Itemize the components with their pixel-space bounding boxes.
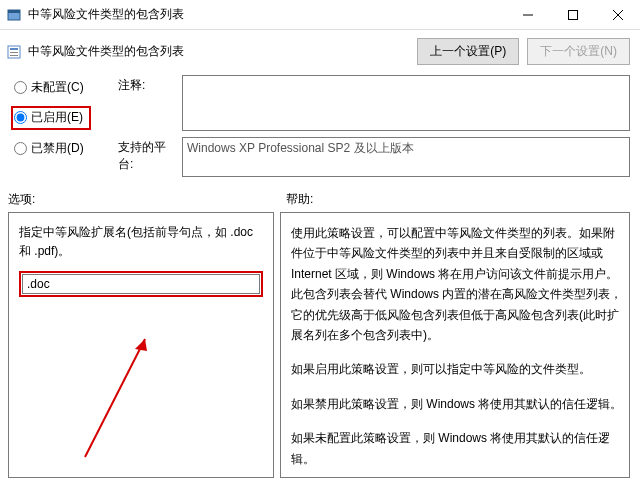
window-controls [505,0,640,29]
section-labels: 选项: 帮助: [0,181,640,210]
prev-setting-button[interactable]: 上一个设置(P) [417,38,519,65]
help-p3: 如果禁用此策略设置，则 Windows 将使用其默认的信任逻辑。 [291,394,623,414]
titlebar: 中等风险文件类型的包含列表 [0,0,640,30]
policy-title: 中等风险文件类型的包含列表 [28,43,411,60]
svg-rect-3 [568,10,577,19]
options-panel: 指定中等风险扩展名(包括前导句点，如 .doc 和 .pdf)。 [8,212,274,478]
annotation-ext-highlight [19,271,263,297]
svg-rect-8 [10,52,18,53]
svg-rect-7 [10,48,18,50]
comment-input[interactable] [182,75,630,131]
svg-rect-9 [10,55,18,56]
help-p2: 如果启用此策略设置，则可以指定中等风险的文件类型。 [291,359,623,379]
platform-label: 支持的平台: [118,137,176,173]
minimize-button[interactable] [505,0,550,29]
comment-label: 注释: [118,75,176,94]
radio-not-configured[interactable]: 未配置(C) [14,79,118,96]
close-button[interactable] [595,0,640,29]
options-instruction: 指定中等风险扩展名(包括前导句点，如 .doc 和 .pdf)。 [19,223,263,261]
svg-line-10 [85,339,145,457]
radio-not-configured-input[interactable] [14,81,27,94]
annotation-arrow-icon [75,327,175,467]
radio-enabled[interactable]: 已启用(E) [14,109,83,126]
svg-marker-11 [135,339,147,351]
annotation-enabled-highlight: 已启用(E) [11,106,91,130]
radio-disabled-label: 已禁用(D) [31,140,84,157]
radio-disabled[interactable]: 已禁用(D) [14,140,118,157]
radio-not-configured-label: 未配置(C) [31,79,84,96]
help-panel[interactable]: 使用此策略设置，可以配置中等风险文件类型的列表。如果附件位于中等风险文件类型的列… [280,212,630,478]
policy-header: 中等风险文件类型的包含列表 上一个设置(P) 下一个设置(N) [0,30,640,69]
maximize-button[interactable] [550,0,595,29]
help-p4: 如果未配置此策略设置，则 Windows 将使用其默认的信任逻辑。 [291,428,623,469]
help-p1: 使用此策略设置，可以配置中等风险文件类型的列表。如果附件位于中等风险文件类型的列… [291,223,623,345]
next-setting-button: 下一个设置(N) [527,38,630,65]
radio-enabled-input[interactable] [14,111,27,124]
radio-disabled-input[interactable] [14,142,27,155]
extension-input[interactable] [22,274,260,294]
platform-value: Windows XP Professional SP2 及以上版本 [182,137,630,177]
window-title: 中等风险文件类型的包含列表 [28,6,505,23]
panels: 指定中等风险扩展名(包括前导句点，如 .doc 和 .pdf)。 使用此策略设置… [0,210,640,478]
radio-enabled-label: 已启用(E) [31,109,83,126]
svg-rect-1 [8,10,20,13]
config-area: 未配置(C) 已启用(E) 已禁用(D) 注释: 支持的平台: Windows … [0,69,640,181]
options-label: 选项: [8,191,286,208]
state-radios: 未配置(C) 已启用(E) 已禁用(D) [14,75,118,157]
app-icon [6,7,22,23]
help-label: 帮助: [286,191,313,208]
policy-icon [6,44,22,60]
